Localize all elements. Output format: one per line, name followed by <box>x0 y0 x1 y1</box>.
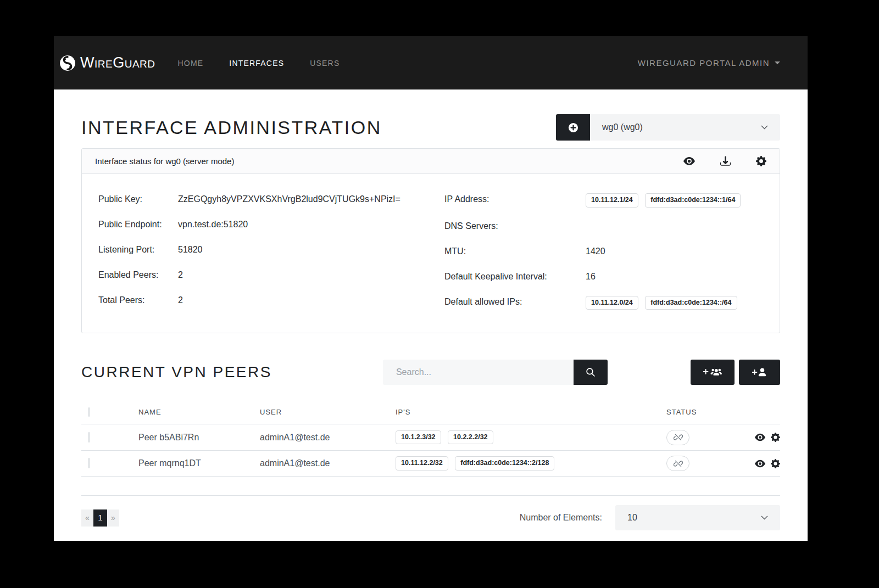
edit-peer-button[interactable] <box>771 459 780 468</box>
card-title: Interface status for wg0 (server mode) <box>95 156 234 166</box>
brand[interactable]: WireGuard <box>59 54 155 71</box>
pagination-prev[interactable]: « <box>81 509 93 527</box>
search-button[interactable] <box>574 360 608 385</box>
listening-port-value: 51820 <box>178 243 203 256</box>
ip-badge: 10.2.2.2/32 <box>448 430 493 445</box>
table-header-row: NAME USER IP'S STATUS <box>81 400 780 424</box>
ip-badge: fdfd:d3ad:c0de:1234::1/64 <box>645 193 741 208</box>
add-multiple-peers-button[interactable] <box>691 360 735 385</box>
wireguard-logo-icon <box>59 55 76 71</box>
view-peer-button[interactable] <box>755 432 765 443</box>
mtu-value: 1420 <box>586 245 605 258</box>
status-badge <box>666 456 689 471</box>
plus-circle-icon <box>568 122 578 133</box>
magnifier-icon <box>586 367 596 377</box>
status-badge <box>666 430 689 445</box>
public-endpoint-value: vpn.test.de:51820 <box>178 218 248 231</box>
ip-address-badges: 10.11.12.1/24 fdfd:d3ad:c0de:1234::1/64 <box>586 193 745 208</box>
column-header-user: USER <box>260 408 396 416</box>
gear-icon <box>756 156 766 166</box>
nav-links: HOME INTERFACES USERS <box>178 59 340 68</box>
elements-label: Number of Elements: <box>520 513 602 523</box>
field-label: DNS Servers: <box>444 220 586 233</box>
view-peer-button[interactable] <box>755 458 765 469</box>
ip-badge: fdfd:d3ad:c0de:1234::/64 <box>645 296 737 310</box>
elements-select-value: 10 <box>627 513 637 523</box>
field-label: MTU: <box>444 245 586 258</box>
interface-status-card: Interface status for wg0 (server mode) <box>81 148 780 333</box>
peer-row: Peer b5ABi7Rn adminA1@test.de 10.1.2.3/3… <box>81 424 780 451</box>
add-interface-button[interactable] <box>556 114 590 141</box>
interface-controls: wg0 (wg0) <box>556 114 780 141</box>
eye-icon <box>755 432 765 443</box>
main-content: INTERFACE ADMINISTRATION wg0 (wg0) <box>54 89 808 541</box>
peers-head: CURRENT VPN PEERS <box>81 360 780 385</box>
chevron-down-icon <box>761 125 768 130</box>
column-header-status: STATUS <box>666 408 743 416</box>
peer-add-buttons <box>691 360 780 385</box>
caret-down-icon <box>775 61 780 64</box>
card-header: Interface status for wg0 (server mode) <box>82 149 780 174</box>
search-input[interactable] <box>383 360 574 385</box>
table-footer: « 1 » Number of Elements: 10 <box>81 505 780 530</box>
peer-user: adminA1@test.de <box>260 433 396 443</box>
show-config-button[interactable] <box>683 155 695 167</box>
elements-control: Number of Elements: 10 <box>520 505 780 530</box>
row-checkbox[interactable] <box>88 458 90 468</box>
link-slash-icon <box>674 433 683 442</box>
ip-badge: 10.11.12.2/32 <box>396 456 448 471</box>
divider <box>81 495 780 496</box>
navbar: WireGuard HOME INTERFACES USERS WIREGUAR… <box>54 36 808 89</box>
app-window: WireGuard HOME INTERFACES USERS WIREGUAR… <box>54 36 808 541</box>
ip-badge: 10.11.12.1/24 <box>586 193 638 208</box>
gear-icon <box>771 433 780 442</box>
field-label: Default Keepalive Interval: <box>444 270 586 283</box>
field-label: Default allowed IPs: <box>444 295 586 310</box>
elements-select[interactable]: 10 <box>615 505 780 530</box>
pagination-next[interactable]: » <box>107 509 119 527</box>
peer-name: Peer b5ABi7Rn <box>138 433 260 443</box>
ip-badge: fdfd:d3ad:c0de:1234::2/128 <box>455 456 554 471</box>
interface-select[interactable]: wg0 (wg0) <box>590 114 780 141</box>
card-body: Public Key: ZzEGQgyh8yVPZXVKSXhVrgB2lud9… <box>82 174 780 333</box>
interface-select-value: wg0 (wg0) <box>602 122 643 132</box>
keepalive-value: 16 <box>586 270 596 283</box>
ip-badge: 10.1.2.3/32 <box>396 430 441 445</box>
user-menu-label: WIREGUARD PORTAL ADMIN <box>638 58 770 68</box>
status-left-column: Public Key: ZzEGQgyh8yVPZXVKSXhVrgB2lud9… <box>98 193 444 322</box>
edit-peer-button[interactable] <box>771 433 780 442</box>
download-config-button[interactable] <box>720 156 731 166</box>
peer-ips: 10.1.2.3/32 10.2.2.2/32 <box>396 430 666 445</box>
gear-icon <box>771 459 780 468</box>
plus-person-icon <box>752 367 767 378</box>
enabled-peers-value: 2 <box>178 268 183 282</box>
nav-item-interfaces[interactable]: INTERFACES <box>229 59 284 68</box>
card-actions <box>683 155 766 167</box>
add-peer-button[interactable] <box>739 360 780 385</box>
eye-icon <box>683 155 695 167</box>
field-label: Total Peers: <box>98 294 178 307</box>
field-label: Public Key: <box>98 193 178 206</box>
pagination: « 1 » <box>81 509 119 527</box>
brand-name: WireGuard <box>80 54 155 71</box>
field-label: Public Endpoint: <box>98 218 178 231</box>
user-menu-dropdown[interactable]: WIREGUARD PORTAL ADMIN <box>638 58 780 68</box>
total-peers-value: 2 <box>178 294 183 307</box>
pagination-page-1[interactable]: 1 <box>93 509 107 527</box>
peers-title: CURRENT VPN PEERS <box>81 363 272 381</box>
peer-row: Peer mqrnq1DT adminA1@test.de 10.11.12.2… <box>81 451 780 477</box>
peer-ips: 10.11.12.2/32 fdfd:d3ad:c0de:1234::2/128 <box>396 456 666 471</box>
page-head: INTERFACE ADMINISTRATION wg0 (wg0) <box>81 114 780 141</box>
public-key-value: ZzEGQgyh8yVPZXVKSXhVrgB2lud9CVjTUGk9s+NP… <box>178 193 400 206</box>
download-icon <box>720 156 731 166</box>
plus-people-icon <box>703 367 722 377</box>
peer-name: Peer mqrnq1DT <box>138 458 260 468</box>
row-checkbox[interactable] <box>88 432 90 443</box>
field-label: Listening Port: <box>98 243 178 256</box>
nav-item-home[interactable]: HOME <box>178 59 204 68</box>
select-all-checkbox[interactable] <box>88 407 90 417</box>
field-label: IP Address: <box>444 193 586 208</box>
eye-icon <box>755 458 765 469</box>
edit-interface-button[interactable] <box>756 156 766 166</box>
nav-item-users[interactable]: USERS <box>310 59 340 68</box>
